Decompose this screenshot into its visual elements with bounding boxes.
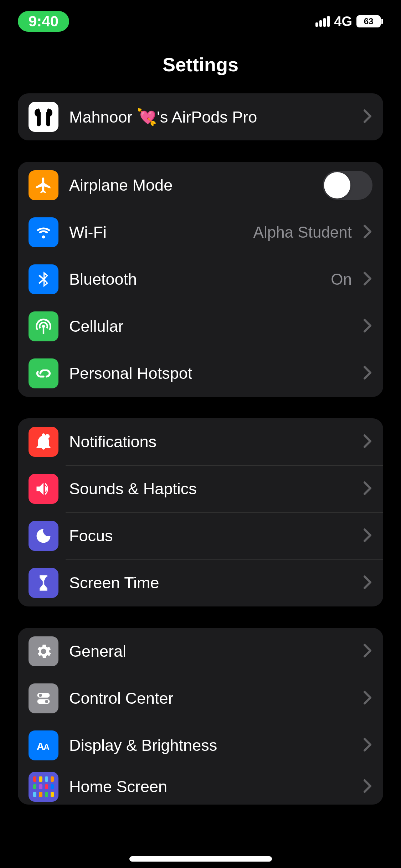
- network-label: 4G: [334, 14, 352, 29]
- home-screen-label: Home Screen: [69, 777, 352, 796]
- group-alerts: Notifications Sounds & Haptics Focus: [18, 418, 383, 606]
- row-bluetooth[interactable]: Bluetooth On: [18, 256, 383, 303]
- airplane-label: Airplane Mode: [69, 176, 312, 195]
- svg-point-4: [45, 700, 48, 703]
- row-home-screen[interactable]: Home Screen: [18, 769, 383, 805]
- display-label: Display & Brightness: [69, 736, 352, 755]
- row-airpods[interactable]: Mahnoor 💘's AirPods Pro: [18, 93, 383, 140]
- display-icon: AA: [29, 730, 58, 760]
- wifi-icon: [29, 217, 58, 247]
- notifications-label: Notifications: [69, 433, 352, 451]
- page-header: Settings: [0, 43, 401, 93]
- chevron-right-icon: [363, 738, 372, 753]
- chevron-right-icon: [363, 109, 372, 125]
- chevron-right-icon: [363, 272, 372, 287]
- group-airpods: Mahnoor 💘's AirPods Pro: [18, 93, 383, 140]
- row-notifications[interactable]: Notifications: [18, 418, 383, 465]
- home-indicator[interactable]: [129, 856, 272, 862]
- home-screen-icon: [29, 772, 58, 802]
- chevron-right-icon: [363, 691, 372, 706]
- screen-time-icon: [29, 568, 58, 598]
- chevron-right-icon: [363, 481, 372, 497]
- notifications-icon: [29, 427, 58, 457]
- general-label: General: [69, 642, 352, 661]
- control-center-label: Control Center: [69, 689, 352, 708]
- sounds-icon: [29, 474, 58, 504]
- row-screen-time[interactable]: Screen Time: [18, 559, 383, 606]
- cellular-signal-icon: [315, 16, 330, 27]
- group-system: General Control Center AA Display & Brig…: [18, 628, 383, 805]
- chevron-right-icon: [363, 366, 372, 381]
- row-focus[interactable]: Focus: [18, 512, 383, 559]
- chevron-right-icon: [363, 528, 372, 544]
- airplane-icon: [29, 170, 58, 200]
- status-bar: 9:40 4G 63: [0, 0, 401, 43]
- sounds-label: Sounds & Haptics: [69, 480, 352, 498]
- row-sounds[interactable]: Sounds & Haptics: [18, 465, 383, 512]
- battery-icon: 63: [356, 15, 383, 27]
- airpods-icon: [29, 102, 58, 132]
- bluetooth-icon: [29, 264, 58, 294]
- status-right: 4G 63: [315, 14, 383, 29]
- chevron-right-icon: [363, 779, 372, 795]
- wifi-detail: Alpha Student: [253, 223, 352, 241]
- chevron-right-icon: [363, 575, 372, 591]
- hotspot-icon: [29, 358, 58, 388]
- bluetooth-label: Bluetooth: [69, 270, 320, 289]
- battery-level: 63: [356, 15, 381, 27]
- chevron-right-icon: [363, 319, 372, 334]
- cellular-icon: [29, 311, 58, 341]
- focus-icon: [29, 521, 58, 551]
- cellular-label: Cellular: [69, 317, 352, 336]
- general-icon: [29, 636, 58, 666]
- row-hotspot[interactable]: Personal Hotspot: [18, 350, 383, 397]
- row-wifi[interactable]: Wi-Fi Alpha Student: [18, 209, 383, 256]
- page-title: Settings: [0, 53, 401, 76]
- group-connectivity: Airplane Mode Wi-Fi Alpha Student Blueto…: [18, 162, 383, 397]
- svg-text:A: A: [43, 742, 50, 752]
- status-time-pill[interactable]: 9:40: [18, 11, 69, 32]
- control-center-icon: [29, 683, 58, 713]
- airplane-toggle[interactable]: [323, 171, 372, 200]
- chevron-right-icon: [363, 434, 372, 450]
- row-general[interactable]: General: [18, 628, 383, 675]
- airpods-label: Mahnoor 💘's AirPods Pro: [69, 108, 352, 126]
- focus-label: Focus: [69, 527, 352, 545]
- row-airplane-mode[interactable]: Airplane Mode: [18, 162, 383, 209]
- row-display[interactable]: AA Display & Brightness: [18, 722, 383, 769]
- chevron-right-icon: [363, 644, 372, 659]
- screen-time-label: Screen Time: [69, 574, 352, 592]
- hotspot-label: Personal Hotspot: [69, 364, 352, 383]
- chevron-right-icon: [363, 224, 372, 240]
- svg-point-2: [39, 694, 42, 697]
- bluetooth-detail: On: [331, 270, 352, 288]
- wifi-label: Wi-Fi: [69, 223, 243, 242]
- svg-point-0: [45, 434, 50, 439]
- row-control-center[interactable]: Control Center: [18, 675, 383, 722]
- row-cellular[interactable]: Cellular: [18, 303, 383, 350]
